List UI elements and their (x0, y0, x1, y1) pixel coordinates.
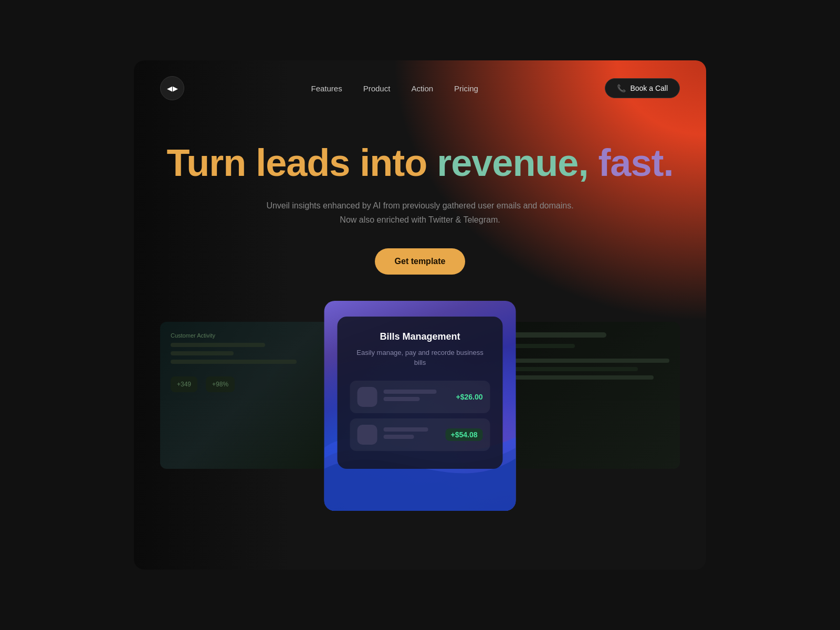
stat-1: +349 (171, 376, 197, 392)
ss-bar-1 (171, 343, 265, 347)
nav-product[interactable]: Product (363, 84, 391, 93)
bill-amount-2: +$54.08 (446, 428, 483, 441)
navbar: ◀▶ Features Product Action Pricing 📞 Boo… (134, 60, 706, 116)
hero-title: Turn leads into revenue, fast. (160, 142, 680, 184)
stat-2: +98% (206, 376, 235, 392)
bills-subtitle: Easily manage, pay and recorde business … (350, 348, 490, 368)
book-call-label: Book a Call (630, 84, 668, 92)
ss-bar-2 (171, 351, 234, 355)
bill-avatar-1 (358, 387, 377, 407)
hero-section: Turn leads into revenue, fast. Unveil in… (134, 116, 706, 275)
page-wrapper: ◀▶ Features Product Action Pricing 📞 Boo… (134, 60, 706, 570)
right-screenshot (501, 322, 680, 469)
nav-action[interactable]: Action (411, 84, 433, 93)
left-screenshot: Customer Activity +349 +98% (160, 322, 339, 469)
nav-features[interactable]: Features (311, 84, 342, 93)
bills-title: Bills Management (350, 331, 490, 342)
hero-subtitle: Unveil insights enhanced by AI from prev… (160, 198, 680, 227)
bill-info-2 (384, 427, 439, 442)
bill-row-2: +$54.08 (350, 418, 490, 451)
center-card-wrapper: Bills Management Easily manage, pay and … (324, 301, 516, 511)
ss-stats: +349 +98% (171, 376, 328, 392)
hero-preview: Customer Activity +349 +98% (134, 301, 706, 521)
bill-line-2a (384, 427, 428, 432)
bills-card: Bills Management Easily manage, pay and … (338, 317, 503, 469)
book-call-button[interactable]: 📞 Book a Call (605, 78, 680, 98)
nav-links: Features Product Action Pricing (311, 84, 478, 93)
logo-arrows: ◀▶ (167, 85, 178, 92)
bill-line-2b (384, 435, 414, 439)
logo[interactable]: ◀▶ (160, 76, 184, 100)
bill-avatar-2 (358, 425, 377, 445)
ss-label: Customer Activity (171, 332, 328, 339)
ss-bar-3 (171, 360, 297, 364)
bill-info-1 (384, 390, 450, 404)
bill-amount-1: +$26.00 (456, 393, 483, 401)
bill-line-1b (384, 397, 420, 401)
bill-row-1: +$26.00 (350, 381, 490, 413)
bill-line-1a (384, 390, 437, 394)
phone-icon: 📞 (617, 84, 626, 92)
nav-pricing[interactable]: Pricing (454, 84, 478, 93)
get-template-button[interactable]: Get template (375, 248, 466, 275)
